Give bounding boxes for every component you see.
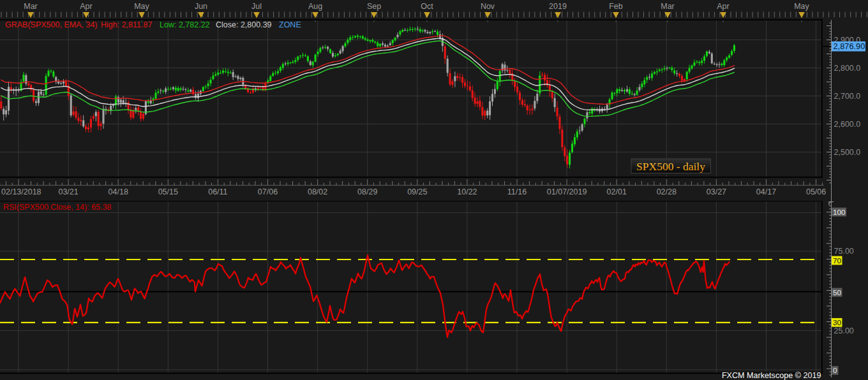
- svg-text:100: 100: [833, 208, 846, 217]
- svg-text:GRAB(SPX500, EMA, 34): GRAB(SPX500, EMA, 34): [5, 20, 98, 29]
- svg-text:2,600.0: 2,600.0: [834, 120, 861, 129]
- svg-text:0: 0: [833, 366, 837, 375]
- svg-text:FXCM Marketscope © 2019: FXCM Marketscope © 2019: [722, 371, 821, 380]
- svg-text:04/17: 04/17: [756, 187, 776, 196]
- svg-text:70: 70: [833, 256, 842, 265]
- svg-text:Jul: Jul: [251, 2, 262, 11]
- svg-text:Low: 2,782.22: Low: 2,782.22: [160, 20, 210, 29]
- svg-text:Apr: Apr: [80, 2, 92, 11]
- svg-text:07/06: 07/06: [258, 187, 278, 196]
- svg-text:02/13/2018: 02/13/2018: [1, 187, 41, 196]
- svg-text:Nov: Nov: [481, 2, 495, 11]
- svg-text:ZONE: ZONE: [279, 20, 301, 29]
- svg-text:03/21: 03/21: [58, 187, 78, 196]
- svg-text:SPX500 - daily: SPX500 - daily: [636, 160, 705, 173]
- svg-text:2,800.0: 2,800.0: [834, 64, 861, 73]
- svg-text:Mar: Mar: [661, 2, 675, 11]
- svg-text:2,876.90: 2,876.90: [834, 41, 865, 51]
- svg-text:06/11: 06/11: [208, 187, 227, 196]
- svg-text:2,700.0: 2,700.0: [834, 92, 861, 101]
- svg-text:02/01: 02/01: [607, 187, 627, 196]
- svg-text:10/22: 10/22: [457, 187, 477, 196]
- svg-text:RSI(SPX500.Close, 14): 65.38: RSI(SPX500.Close, 14): 65.38: [3, 203, 112, 212]
- svg-text:01/07/2019: 01/07/2019: [547, 187, 587, 196]
- svg-text:High: 2,811.87: High: 2,811.87: [101, 20, 152, 29]
- svg-text:05/06: 05/06: [806, 187, 826, 196]
- svg-text:Apr: Apr: [717, 2, 729, 11]
- svg-text:11/16: 11/16: [507, 187, 527, 196]
- svg-text:May: May: [794, 2, 809, 11]
- svg-text:Mar: Mar: [24, 2, 38, 11]
- svg-text:04/18: 04/18: [108, 187, 128, 196]
- svg-text:Close: 2,800.39: Close: 2,800.39: [216, 20, 272, 29]
- svg-text:Aug: Aug: [308, 2, 322, 11]
- svg-text:09/25: 09/25: [407, 187, 427, 196]
- svg-text:May: May: [134, 2, 149, 11]
- svg-text:08/29: 08/29: [357, 187, 377, 196]
- svg-text:25.00: 25.00: [834, 326, 854, 335]
- svg-text:02/28: 02/28: [657, 187, 677, 196]
- svg-text:50: 50: [833, 288, 842, 297]
- svg-text:05/15: 05/15: [158, 187, 178, 196]
- svg-text:03/27: 03/27: [707, 187, 726, 196]
- svg-text:08/02: 08/02: [308, 187, 327, 196]
- svg-text:Feb: Feb: [609, 2, 623, 11]
- svg-text:Oct: Oct: [421, 2, 433, 11]
- svg-text:2,500.0: 2,500.0: [834, 148, 861, 157]
- svg-text:2019: 2019: [549, 2, 567, 11]
- svg-text:Sep: Sep: [367, 2, 381, 11]
- svg-text:Jun: Jun: [195, 2, 207, 11]
- svg-text:75.00: 75.00: [834, 247, 854, 256]
